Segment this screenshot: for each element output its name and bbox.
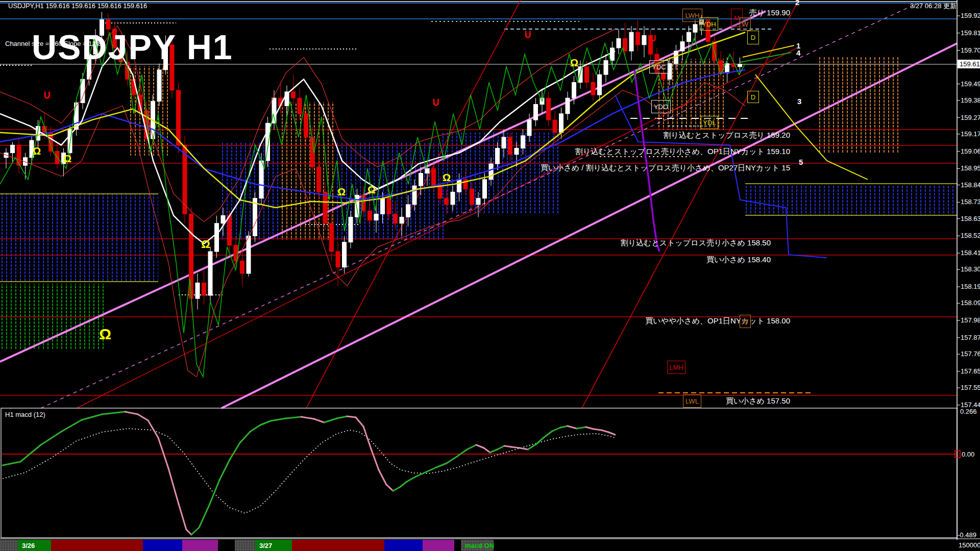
candle-body: [374, 214, 378, 220]
macd-main-line-segment: [219, 460, 230, 480]
candle-body: [662, 73, 666, 79]
macd-main-line-segment: [544, 431, 552, 437]
price-axis-label: 159.385: [961, 96, 980, 104]
candle-body: [291, 92, 296, 98]
candle-body: [483, 180, 487, 198]
price-annotation: 買い小さめ 157.50: [726, 396, 790, 406]
overlay-green-fan-tip: [740, 53, 791, 62]
macd-main-line-segment: [436, 463, 447, 467]
macd-main-line-segment: [601, 430, 608, 432]
candle-body: [247, 236, 251, 273]
candle-body: [189, 214, 193, 298]
macd-main-line-segment: [407, 477, 416, 482]
macd-main-line-segment: [138, 414, 148, 420]
chart-watermark: USDJPY H1: [32, 30, 233, 64]
price-axis-label: 159.925: [961, 12, 980, 19]
fanline-number: 5: [799, 158, 803, 166]
candle-body: [527, 120, 531, 136]
macd-subwindow-layer: [1, 412, 960, 535]
indicator-label-box: YDO: [651, 100, 671, 113]
buy-signal-symbol: Ω: [99, 327, 111, 342]
price-chart-canvas[interactable]: [0, 0, 980, 551]
timeline-segment: [454, 540, 461, 551]
macd-signal-line: [3, 429, 615, 513]
overlay-yellow-fan-tip: [743, 45, 794, 57]
price-axis-label: 158.090: [961, 299, 980, 307]
candle-body: [298, 98, 302, 114]
price-annotation: 買い小さめ / 割り込むとストップロス売り小さめ、OP27日NYカット 15: [541, 163, 790, 173]
candle-body: [11, 145, 15, 153]
candle-body: [457, 180, 461, 192]
candle-body: [317, 167, 321, 192]
price-axis-label: 157.765: [961, 350, 980, 358]
price-axis-label: 158.950: [961, 164, 980, 172]
price-annotation: 売り 159.90: [749, 8, 790, 18]
candle-body: [629, 32, 633, 51]
macd-main-line-segment: [148, 420, 158, 438]
candle-body: [438, 186, 442, 198]
macd-main-line-segment: [82, 414, 102, 420]
macd-axis-min-label: -0.489: [958, 531, 976, 539]
macd-axis-zero-label: 0.00: [962, 450, 974, 458]
fanline-number: 3: [797, 97, 801, 106]
price-annotation: 買い小さめ 158.40: [706, 255, 771, 265]
candle-body: [368, 211, 372, 220]
candle-body: [228, 215, 232, 245]
macd-main-line-segment: [186, 530, 191, 535]
macd-toggle-button[interactable]: macd ON: [465, 542, 494, 549]
ichimoku-cloud: [0, 194, 158, 282]
candle-body: [725, 64, 729, 73]
ichimoku-cloud: [817, 56, 901, 153]
candle-body: [591, 82, 595, 95]
candle-body: [553, 120, 557, 133]
macd-main-line-segment: [504, 446, 511, 447]
macd-main-line-segment: [179, 504, 186, 530]
indicator-label-box: W: [740, 315, 751, 328]
timeline-segment: [218, 540, 235, 551]
macd-main-line-segment: [560, 426, 568, 428]
candle-body: [604, 60, 608, 74]
macd-main-line-segment: [386, 485, 393, 491]
candle-body: [432, 168, 436, 186]
candle-body: [202, 283, 206, 295]
candle-body: [496, 148, 500, 164]
macd-main-line-segment: [520, 448, 528, 449]
macd-main-line-segment: [324, 418, 337, 422]
candle-body: [336, 252, 340, 267]
indicator-label-box: LMH: [667, 361, 685, 374]
candle-body: [566, 98, 570, 114]
buy-signal-symbol: Ω: [368, 185, 376, 195]
macd-main-line-segment: [356, 417, 363, 427]
last-update-timestamp: 3/27 06:28 更新: [910, 2, 957, 11]
price-annotation: 割り込むとストップロス売り小さめ 158.50: [621, 238, 771, 248]
price-axis-label: 158.410: [961, 249, 980, 257]
macd-main-line-segment: [467, 445, 476, 449]
buy-signal-symbol: Ω: [201, 239, 210, 250]
macd-main-line-segment: [271, 418, 286, 421]
macd-main-line-segment: [476, 445, 484, 448]
macd-main-line-segment: [552, 428, 560, 431]
macd-main-line-segment: [20, 445, 41, 462]
mt4-chart-window: { "header": { "symbol_info": "USDJPY,H1 …: [0, 0, 980, 551]
candle-body: [451, 192, 455, 205]
candle-body: [342, 242, 347, 267]
timeline-segment: [494, 540, 980, 551]
candle-body: [349, 217, 353, 242]
candle-body: [521, 136, 525, 148]
macd-main-line-segment: [497, 446, 504, 449]
price-axis-label: 158.845: [961, 181, 980, 189]
macd-main-line-segment: [393, 487, 400, 491]
ichimoku-cloud: [745, 185, 957, 215]
timeline-date-label: 3/27: [259, 542, 272, 549]
macd-main-line-segment: [209, 480, 219, 505]
candle-body: [400, 217, 404, 223]
fanline-number: 4: [796, 48, 800, 57]
candle-body: [330, 223, 334, 252]
candle-body: [680, 42, 684, 51]
candle-body: [445, 198, 449, 205]
candle-body: [623, 39, 627, 52]
price-annotation: 買いやや小さめ、OP1日NYカット 158.00: [645, 316, 790, 326]
candle-body: [610, 48, 615, 61]
price-axis-label: 159.490: [961, 80, 980, 88]
macd-main-line-segment: [230, 443, 240, 460]
